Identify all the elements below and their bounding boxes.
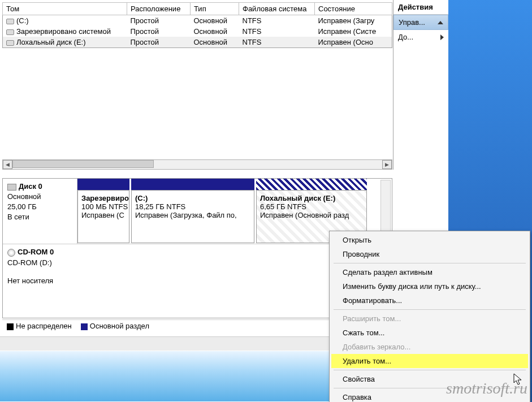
col-fs[interactable]: Файловая система [239, 3, 315, 15]
col-status[interactable]: Состояние [315, 3, 392, 15]
volume-icon [6, 29, 14, 35]
volume-table[interactable]: Том Расположение Тип Файловая система Со… [2, 2, 392, 48]
menu-help[interactable]: Справка [331, 390, 528, 402]
partition-reserved[interactable]: Зарезервиро 100 МБ NTFS Исправен (С [77, 179, 129, 244]
menu-properties[interactable]: Свойства [331, 372, 528, 386]
action-more[interactable]: До... [393, 30, 448, 44]
menu-delete-volume[interactable]: Удалить том... [331, 354, 528, 368]
actions-panel: Действия Управ... До... [393, 0, 448, 170]
menu-open[interactable]: Открыть [331, 233, 528, 247]
legend-unallocated: Не распределен [7, 322, 72, 330]
menu-shrink[interactable]: Сжать том... [331, 326, 528, 340]
menu-make-active[interactable]: Сделать раздел активным [331, 265, 528, 279]
menu-explorer[interactable]: Проводник [331, 247, 528, 261]
scroll-left-arrow[interactable]: ◀ [3, 160, 12, 169]
menu-extend: Расширить том... [331, 312, 528, 326]
menu-format[interactable]: Форматировать... [331, 293, 528, 308]
menu-mirror: Добавить зеркало... [331, 340, 528, 354]
col-type[interactable]: Тип [191, 3, 239, 15]
col-volume[interactable]: Том [3, 3, 127, 15]
volume-icon [6, 19, 14, 24]
expand-icon [440, 34, 444, 40]
disk-info[interactable]: Диск 0 Основной 25,00 ГБ В сети [3, 179, 77, 244]
context-menu: Открыть Проводник Сделать раздел активны… [329, 231, 530, 402]
table-row[interactable]: Зарезервировано системой Простой Основно… [3, 26, 392, 37]
action-manage[interactable]: Управ... [393, 15, 448, 30]
scroll-thumb[interactable] [12, 160, 154, 168]
scroll-right-arrow[interactable]: ▶ [382, 160, 392, 169]
cdrom-icon [7, 249, 15, 257]
collapse-icon [438, 21, 443, 24]
volume-icon [6, 40, 14, 46]
actions-header: Действия [393, 0, 448, 15]
col-location[interactable]: Расположение [127, 3, 191, 15]
horizontal-scrollbar[interactable]: ◀ ▶ [2, 159, 392, 170]
partition-c[interactable]: (C:) 18,25 ГБ NTFS Исправен (Загрузка, Ф… [131, 179, 254, 244]
table-row[interactable]: (C:) Простой Основной NTFS Исправен (Заг… [3, 15, 392, 27]
menu-change-letter[interactable]: Изменить букву диска или путь к диску... [331, 279, 528, 293]
disk-icon [7, 184, 16, 191]
table-row[interactable]: Лохальный диск (E:) Простой Основной NTF… [3, 37, 392, 48]
legend-primary: Основной раздел [81, 322, 149, 330]
